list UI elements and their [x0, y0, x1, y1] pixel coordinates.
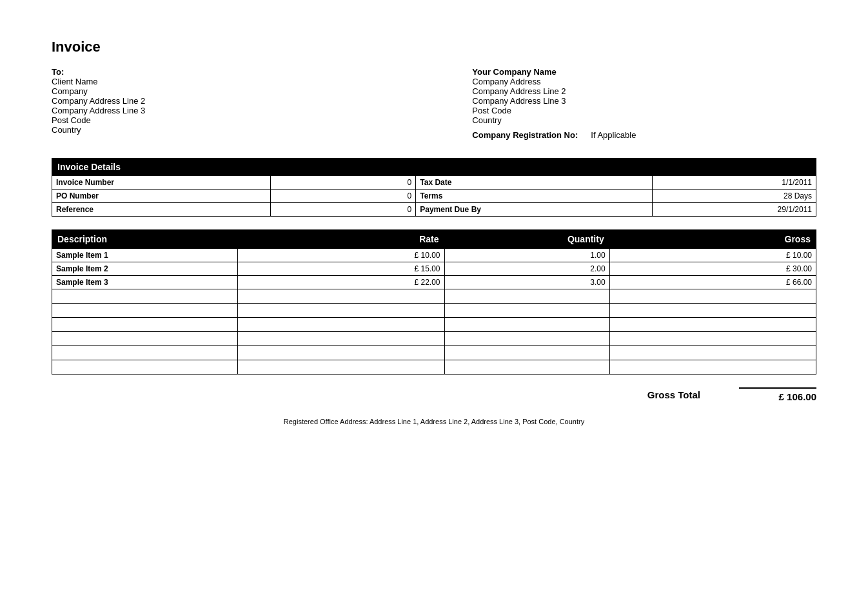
sender-country: Country [472, 115, 816, 125]
empty-row [52, 346, 816, 360]
empty-desc [52, 318, 238, 332]
gross-total-value: £ 106.00 [739, 387, 816, 402]
empty-qty [444, 360, 609, 375]
quantity-header: Quantity [444, 230, 609, 249]
item-description: Sample Item 2 [52, 262, 238, 276]
empty-row [52, 332, 816, 346]
table-row: Sample Item 3 £ 22.00 3.00 £ 66.00 [52, 276, 816, 289]
invoice-details-table: Invoice Details Invoice Number 0 Tax Dat… [52, 158, 816, 217]
item-quantity: 3.00 [444, 276, 609, 289]
client-address-block: To: Client Name Company Company Address … [52, 67, 396, 140]
item-rate: £ 22.00 [238, 276, 444, 289]
reference-value: 0 [270, 203, 416, 217]
empty-rate [238, 318, 444, 332]
sender-address: Company Address [472, 77, 816, 86]
client-country: Country [52, 125, 396, 135]
item-quantity: 1.00 [444, 249, 609, 262]
footer-text: Registered Office Address: Address Line … [52, 418, 816, 425]
sender-company-name: Your Company Name [472, 67, 816, 77]
invoice-details-header-row: Invoice Details [52, 159, 816, 176]
empty-desc [52, 304, 238, 318]
empty-rate [238, 332, 444, 346]
invoice-number-label: Invoice Number [52, 176, 271, 190]
item-rate: £ 15.00 [238, 262, 444, 276]
empty-rate [238, 346, 444, 360]
empty-qty [444, 346, 609, 360]
empty-desc [52, 332, 238, 346]
empty-row [52, 360, 816, 375]
po-number-label: PO Number [52, 190, 271, 203]
empty-rate [238, 360, 444, 375]
invoice-details-title: Invoice Details [52, 159, 816, 176]
empty-row [52, 289, 816, 304]
empty-gross [609, 289, 816, 304]
empty-row [52, 304, 816, 318]
payment-due-value: 29/1/2011 [653, 203, 816, 217]
empty-gross [609, 346, 816, 360]
sender-address2: Company Address Line 2 [472, 86, 816, 96]
item-gross: £ 30.00 [609, 262, 816, 276]
sender-address3: Company Address Line 3 [472, 96, 816, 106]
description-header: Description [52, 230, 238, 249]
empty-desc [52, 289, 238, 304]
gross-total-label: Gross Total [647, 389, 700, 400]
to-label: To: [52, 67, 396, 77]
item-quantity: 2.00 [444, 262, 609, 276]
item-gross: £ 66.00 [609, 276, 816, 289]
po-number-row: PO Number 0 Terms 28 Days [52, 190, 816, 203]
table-row: Sample Item 2 £ 15.00 2.00 £ 30.00 [52, 262, 816, 276]
client-address3: Company Address Line 3 [52, 106, 396, 115]
invoice-number-row: Invoice Number 0 Tax Date 1/1/2011 [52, 176, 816, 190]
client-name: Client Name [52, 77, 396, 86]
item-description: Sample Item 3 [52, 276, 238, 289]
empty-qty [444, 289, 609, 304]
invoice-number-value: 0 [270, 176, 416, 190]
empty-qty [444, 318, 609, 332]
invoice-title: Invoice [52, 39, 816, 55]
client-postcode: Post Code [52, 115, 396, 125]
empty-gross [609, 318, 816, 332]
header-section: To: Client Name Company Company Address … [52, 67, 816, 140]
empty-rate [238, 289, 444, 304]
items-table: Description Rate Quantity Gross Sample I… [52, 229, 816, 375]
po-number-value: 0 [270, 190, 416, 203]
terms-value: 28 Days [653, 190, 816, 203]
rate-header: Rate [238, 230, 444, 249]
reference-label: Reference [52, 203, 271, 217]
empty-desc [52, 346, 238, 360]
item-gross: £ 10.00 [609, 249, 816, 262]
tax-date-value: 1/1/2011 [653, 176, 816, 190]
reg-label: Company Registration No: [472, 130, 578, 140]
gross-total-section: Gross Total £ 106.00 [52, 387, 816, 402]
empty-gross [609, 304, 816, 318]
terms-label: Terms [416, 190, 653, 203]
items-header-row: Description Rate Quantity Gross [52, 230, 816, 249]
reference-row: Reference 0 Payment Due By 29/1/2011 [52, 203, 816, 217]
registration-row: Company Registration No: If Applicable [472, 130, 816, 140]
empty-qty [444, 332, 609, 346]
empty-gross [609, 360, 816, 375]
empty-rate [238, 304, 444, 318]
item-rate: £ 10.00 [238, 249, 444, 262]
empty-gross [609, 332, 816, 346]
reg-value: If Applicable [591, 130, 636, 140]
tax-date-label: Tax Date [416, 176, 653, 190]
gross-header: Gross [609, 230, 816, 249]
payment-due-label: Payment Due By [416, 203, 653, 217]
client-company: Company [52, 86, 396, 96]
empty-qty [444, 304, 609, 318]
sender-postcode: Post Code [472, 106, 816, 115]
item-description: Sample Item 1 [52, 249, 238, 262]
empty-row [52, 318, 816, 332]
table-row: Sample Item 1 £ 10.00 1.00 £ 10.00 [52, 249, 816, 262]
empty-desc [52, 360, 238, 375]
sender-address-block: Your Company Name Company Address Compan… [472, 67, 816, 140]
client-address2: Company Address Line 2 [52, 96, 396, 106]
